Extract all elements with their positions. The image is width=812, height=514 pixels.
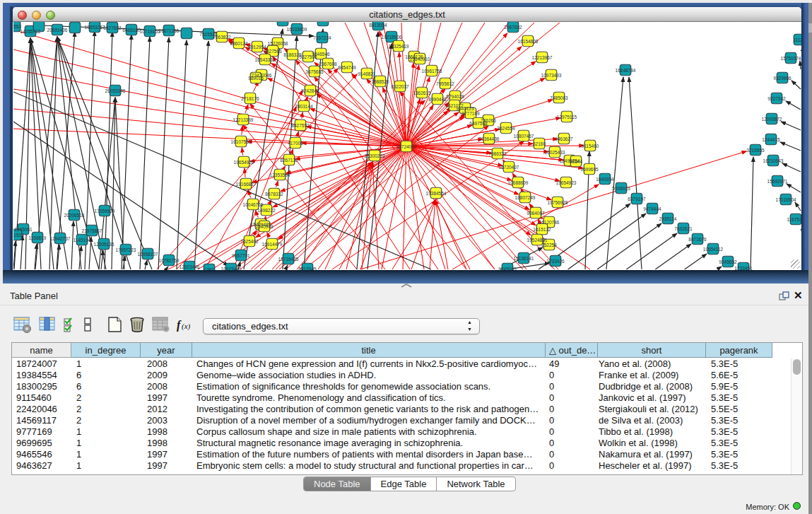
svg-text:f: f	[177, 319, 182, 332]
svg-text:9329966: 9329966	[773, 76, 792, 81]
svg-text:1588520: 1588520	[371, 79, 389, 84]
svg-text:16648784: 16648784	[616, 68, 636, 73]
svg-text:16543362: 16543362	[255, 57, 276, 62]
svg-text:15136141: 15136141	[514, 256, 534, 261]
svg-text:9657791: 9657791	[232, 253, 250, 258]
svg-text:9146821: 9146821	[358, 71, 376, 76]
svg-text:2935114: 2935114	[659, 216, 677, 221]
svg-text:2367608: 2367608	[319, 62, 337, 66]
svg-text:20553: 20553	[13, 24, 21, 29]
svg-text:14055712: 14055712	[20, 29, 41, 34]
svg-text:9245652: 9245652	[719, 259, 737, 264]
svg-text:1362615: 1362615	[413, 90, 431, 95]
svg-text:16154808: 16154808	[518, 39, 539, 44]
svg-text:9245065: 9245065	[498, 267, 517, 271]
svg-text:12505135: 12505135	[94, 242, 114, 247]
svg-text:10923446: 10923446	[221, 267, 242, 271]
svg-text:1733426: 1733426	[546, 259, 565, 264]
svg-text:7663822: 7663822	[213, 35, 231, 40]
svg-text:7625402: 7625402	[240, 239, 259, 244]
svg-text:1615132: 1615132	[533, 227, 551, 232]
svg-text:9860124: 9860124	[230, 41, 248, 46]
svg-text:19654925: 19654925	[234, 160, 254, 165]
svg-text:8678332: 8678332	[265, 192, 283, 197]
svg-text:7986322: 7986322	[488, 151, 507, 156]
svg-text:17016504: 17016504	[776, 197, 796, 202]
svg-text:1145194: 1145194	[73, 238, 91, 243]
svg-text:9846546: 9846546	[312, 52, 330, 57]
svg-text:19756928: 19756928	[548, 200, 568, 205]
svg-text:2803144: 2803144	[295, 104, 313, 109]
svg-text:1244415: 1244415	[762, 137, 780, 142]
svg-text:3624554: 3624554	[497, 126, 515, 131]
svg-text:18724007: 18724007	[396, 144, 417, 149]
svg-text:20206516: 20206516	[64, 213, 85, 218]
svg-text:1527602: 1527602	[103, 25, 122, 30]
svg-text:17359924: 17359924	[95, 209, 115, 214]
svg-text:23300203: 23300203	[365, 153, 385, 158]
svg-text:1845061: 1845061	[14, 227, 33, 232]
svg-text:23975867: 23975867	[82, 228, 102, 233]
svg-text:9463627: 9463627	[555, 136, 573, 141]
svg-text:15640910: 15640910	[410, 57, 430, 62]
svg-text:10807467: 10807467	[514, 134, 534, 139]
svg-text:98644: 98644	[570, 159, 582, 164]
svg-text:10853267: 10853267	[85, 25, 105, 30]
svg-text:1498222: 1498222	[257, 208, 276, 213]
svg-text:12093872: 12093872	[762, 117, 782, 122]
svg-text:16782759: 16782759	[159, 258, 180, 263]
svg-text:16914479: 16914479	[262, 242, 283, 247]
svg-text:8990448: 8990448	[428, 97, 447, 102]
svg-text:10654112: 10654112	[703, 247, 724, 252]
svg-text:9327503: 9327503	[264, 49, 282, 54]
svg-text:16671355: 16671355	[159, 28, 180, 33]
svg-text:18807249: 18807249	[515, 195, 536, 200]
svg-text:10973493: 10973493	[541, 73, 562, 78]
svg-text:10961758: 10961758	[422, 69, 442, 74]
svg-text:6497568: 6497568	[469, 121, 488, 126]
svg-text:5938923: 5938923	[612, 186, 630, 191]
svg-text:13325419: 13325419	[389, 44, 409, 49]
svg-text:7357224: 7357224	[313, 35, 331, 40]
svg-text:391513: 391513	[13, 233, 24, 238]
svg-text:1156819: 1156819	[29, 235, 47, 240]
svg-text:9084067: 9084067	[526, 211, 545, 216]
svg-text:16210643: 16210643	[763, 158, 784, 163]
svg-text:62160: 62160	[533, 141, 546, 146]
svg-text:20364436: 20364436	[479, 136, 500, 141]
svg-text:17957223: 17957223	[116, 247, 136, 252]
svg-text:3675685: 3675685	[305, 69, 324, 74]
svg-text:16120746: 16120746	[539, 220, 560, 225]
svg-text:(x): (x)	[182, 322, 191, 331]
svg-text:7485063: 7485063	[550, 95, 568, 100]
svg-text:15716485: 15716485	[278, 257, 299, 262]
svg-text:19218506: 19218506	[382, 35, 402, 40]
svg-text:1733451: 1733451	[734, 266, 753, 271]
svg-text:2718176: 2718176	[241, 96, 259, 101]
svg-text:8813054: 8813054	[369, 23, 387, 28]
svg-text:8471676: 8471676	[688, 237, 707, 242]
svg-text:12213369: 12213369	[233, 117, 254, 122]
svg-text:9115460: 9115460	[582, 144, 599, 148]
svg-text:10958107: 10958107	[138, 252, 158, 257]
svg-text:1167533: 1167533	[787, 217, 801, 222]
svg-text:16033809: 16033809	[287, 27, 307, 32]
svg-text:252254: 252254	[541, 243, 557, 247]
svg-text:1292: 1292	[204, 267, 215, 271]
svg-text:1540949: 1540949	[255, 224, 273, 229]
svg-text:6379197: 6379197	[628, 197, 646, 201]
svg-text:15226058: 15226058	[268, 41, 288, 46]
svg-text:19524851: 19524851	[527, 238, 548, 243]
svg-text:10688609: 10688609	[508, 180, 529, 185]
svg-text:19654923: 19654923	[556, 180, 577, 185]
svg-text:3215955: 3215955	[746, 148, 765, 153]
svg-text:9777169: 9777169	[461, 111, 480, 116]
svg-text:10046766: 10046766	[243, 202, 264, 207]
svg-text:19384554: 19384554	[426, 191, 447, 196]
svg-text:16107553: 16107553	[231, 139, 252, 144]
svg-text:8267130: 8267130	[280, 158, 298, 163]
svg-text:2087682: 2087682	[504, 25, 522, 30]
svg-text:8454749: 8454749	[338, 65, 356, 70]
svg-text:7632621: 7632621	[674, 226, 693, 231]
svg-text:9242848: 9242848	[301, 88, 319, 93]
